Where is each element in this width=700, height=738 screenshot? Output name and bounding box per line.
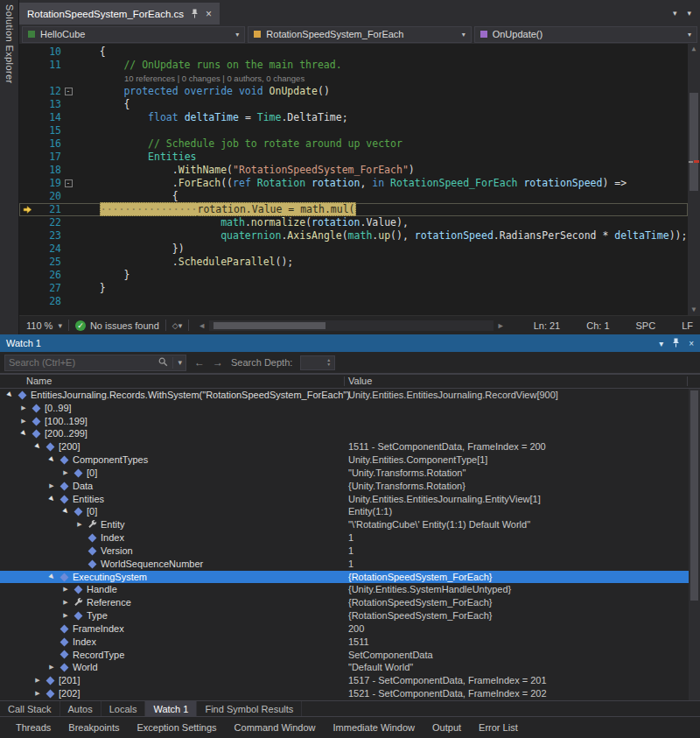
- bottom-tab-threads[interactable]: Threads: [7, 722, 60, 733]
- project-dropdown[interactable]: HelloCube ▾: [22, 26, 245, 43]
- watch-row[interactable]: ▶Type{RotationSpeedSystem_ForEach}: [0, 609, 689, 622]
- panel-tab-watch-1[interactable]: Watch 1: [145, 701, 197, 716]
- bottom-tab-command-window[interactable]: Command Window: [226, 722, 325, 733]
- bottom-tab-output[interactable]: Output: [424, 722, 470, 733]
- scroll-up-icon[interactable]: ▲: [688, 44, 700, 54]
- expand-icon[interactable]: ▶: [18, 415, 30, 428]
- search-icon[interactable]: [158, 355, 168, 370]
- expand-icon[interactable]: ▶: [74, 518, 86, 531]
- breakpoint-margin[interactable]: [19, 295, 35, 308]
- breakpoint-margin[interactable]: [19, 98, 35, 111]
- fold-collapse-icon[interactable]: -: [65, 88, 73, 95]
- name-column-header[interactable]: Name: [26, 376, 52, 386]
- collapse-icon[interactable]: ▶: [1, 389, 18, 402]
- member-dropdown[interactable]: OnUpdate() ▾: [474, 26, 697, 43]
- bottom-tab-error-list[interactable]: Error List: [470, 722, 527, 733]
- editor-vertical-scrollbar[interactable]: ▲ ▼: [688, 44, 700, 315]
- watch-window-titlebar[interactable]: Watch 1 ▾ ×: [0, 334, 700, 352]
- watch-row[interactable]: ▶[201]1517 - SetComponentData, FrameInde…: [0, 674, 689, 687]
- breakpoint-margin[interactable]: [19, 46, 35, 59]
- collapse-icon[interactable]: ▶: [43, 453, 60, 467]
- watch-row[interactable]: ▶EntitiesUnity.Entities.EntitiesJournali…: [0, 493, 689, 506]
- breakpoint-margin[interactable]: [19, 164, 35, 177]
- expand-icon[interactable]: ▶: [46, 480, 58, 493]
- expand-icon[interactable]: ▶: [46, 661, 58, 674]
- column-divider[interactable]: [687, 376, 688, 386]
- watch-row[interactable]: ▶[100..199]: [0, 415, 689, 428]
- tab-rotationspeedsystem-foreach[interactable]: RotationSpeedSystem_ForEach.cs ×: [19, 3, 220, 25]
- watch-row[interactable]: ▶[0]Entity(1:1): [0, 505, 689, 518]
- expand-icon[interactable]: ▶: [32, 674, 44, 687]
- pin-icon[interactable]: [672, 338, 680, 349]
- watch-row[interactable]: ▶[200]1511 - SetComponentData, FrameInde…: [0, 440, 689, 453]
- document-health-indicator[interactable]: ✓ No issues found: [75, 320, 159, 331]
- window-position-chevron-icon[interactable]: ▾: [659, 339, 663, 348]
- watch-row[interactable]: Index1: [0, 531, 689, 545]
- search-options-chevron-icon[interactable]: ▾: [178, 358, 182, 367]
- watch-row[interactable]: ▶Reference{RotationSpeedSystem_ForEach}: [0, 596, 689, 609]
- close-tab-icon[interactable]: ×: [206, 9, 212, 19]
- bottom-tab-exception-settings[interactable]: Exception Settings: [128, 722, 225, 733]
- expand-icon[interactable]: ▶: [60, 609, 72, 622]
- scroll-left-icon[interactable]: ◄: [195, 321, 208, 330]
- bottom-tab-immediate-window[interactable]: Immediate Window: [325, 722, 424, 733]
- current-statement-icon[interactable]: [19, 203, 35, 216]
- breakpoint-margin[interactable]: [19, 216, 35, 229]
- breakpoint-margin[interactable]: [19, 269, 35, 282]
- breakpoint-margin[interactable]: [19, 177, 35, 190]
- scrollbar-thumb[interactable]: [690, 390, 698, 601]
- watch-row[interactable]: ▶[202]1521 - SetComponentData, FrameInde…: [0, 687, 689, 700]
- type-dropdown[interactable]: RotationSpeedSystem_ForEach ▾: [248, 26, 471, 43]
- watch-row[interactable]: ▶World"Default World": [0, 661, 689, 674]
- fold-collapse-icon[interactable]: -: [65, 179, 73, 187]
- search-prev-icon[interactable]: ←: [194, 356, 205, 369]
- watch-search-box[interactable]: ▾: [4, 355, 186, 371]
- panel-tab-call-stack[interactable]: Call Stack: [0, 701, 60, 716]
- value-column-header[interactable]: Value: [348, 376, 372, 386]
- watch-row[interactable]: Version1: [0, 545, 689, 558]
- watch-row[interactable]: ▶ExecutingSystem{RotationSpeedSystem_For…: [0, 571, 689, 584]
- expand-icon[interactable]: ▶: [18, 402, 30, 415]
- search-depth-spinner[interactable]: ▲▼: [300, 355, 335, 370]
- breakpoint-margin[interactable]: [19, 229, 35, 242]
- watch-row[interactable]: ▶Handle{Unity.Entities.SystemHandleUntyp…: [0, 583, 689, 596]
- pin-icon[interactable]: [191, 9, 199, 18]
- watch-row[interactable]: ▶[0]"Unity.Transforms.Rotation": [0, 467, 689, 480]
- editor-horizontal-scrollbar[interactable]: [209, 320, 494, 331]
- watch-row[interactable]: ▶Entity"\'RotatingCube\' Entity(1:1) Def…: [0, 518, 689, 531]
- watch-row[interactable]: RecordTypeSetComponentData: [0, 649, 689, 662]
- breakpoint-margin[interactable]: [19, 282, 35, 295]
- scrollbar-thumb[interactable]: [214, 322, 326, 329]
- breakpoint-margin[interactable]: [19, 59, 35, 72]
- search-next-icon[interactable]: →: [213, 356, 223, 369]
- solution-explorer-vertical-tab[interactable]: Solution Explorer: [0, 0, 19, 334]
- panel-tab-find-symbol-results[interactable]: Find Symbol Results: [197, 701, 302, 716]
- watch-vertical-scrollbar[interactable]: [689, 389, 700, 700]
- watch-row[interactable]: ▶[200..299]: [0, 427, 689, 440]
- collapse-icon[interactable]: ▶: [29, 440, 46, 453]
- expand-icon[interactable]: ▶: [60, 467, 72, 480]
- close-window-icon[interactable]: ×: [689, 339, 694, 348]
- expand-icon[interactable]: ▶: [60, 596, 72, 609]
- active-files-chevron-icon[interactable]: ▾: [673, 9, 677, 18]
- collapse-icon[interactable]: ▶: [43, 493, 60, 506]
- breakpoint-margin[interactable]: [19, 72, 35, 85]
- margin-options-icon[interactable]: ◇: [172, 321, 178, 330]
- breakpoint-margin[interactable]: [19, 111, 35, 124]
- expand-icon[interactable]: ▶: [60, 583, 72, 596]
- panel-tab-locals[interactable]: Locals: [102, 701, 146, 716]
- watch-row[interactable]: ▶[0..99]: [0, 402, 689, 415]
- scroll-down-icon[interactable]: ▼: [688, 305, 700, 315]
- panel-tab-autos[interactable]: Autos: [60, 701, 102, 716]
- breakpoint-margin[interactable]: [19, 124, 35, 137]
- watch-row[interactable]: ▶EntitiesJournaling.Records.WithSystem("…: [0, 389, 689, 402]
- tabstrip-more-icon[interactable]: ▾: [687, 9, 691, 18]
- breakpoint-margin[interactable]: [19, 242, 35, 256]
- breakpoint-margin[interactable]: [19, 256, 35, 269]
- expand-icon[interactable]: ▶: [32, 687, 44, 700]
- breakpoint-margin[interactable]: [19, 85, 35, 98]
- zoom-control[interactable]: 110 % ▾: [26, 320, 62, 331]
- watch-row[interactable]: FrameIndex200: [0, 622, 689, 636]
- collapse-icon[interactable]: ▶: [43, 571, 60, 584]
- collapse-icon[interactable]: ▶: [57, 505, 74, 518]
